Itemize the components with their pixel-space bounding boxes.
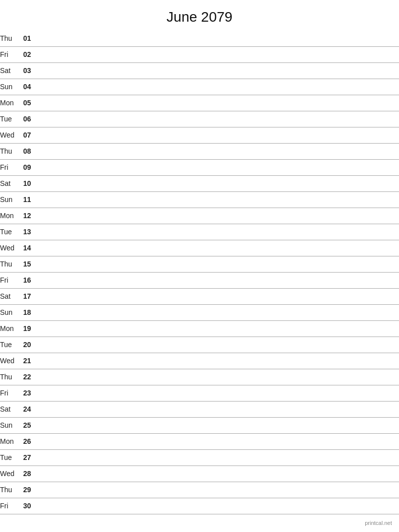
table-row: Wed07 <box>0 127 399 143</box>
page-title: June 2079 <box>0 0 399 30</box>
table-row: Wed28 <box>0 466 399 482</box>
date-number: 02 <box>23 46 38 62</box>
day-of-week: Sat <box>0 401 23 417</box>
entry-line <box>38 111 399 127</box>
table-row: Mon19 <box>0 320 399 337</box>
entry-line <box>38 337 399 353</box>
table-row: Mon26 <box>0 433 399 449</box>
table-row: Mon05 <box>0 95 399 111</box>
table-row: Fri16 <box>0 272 399 288</box>
day-of-week: Mon <box>0 433 23 449</box>
day-of-week: Mon <box>0 208 23 224</box>
day-of-week: Wed <box>0 353 23 369</box>
date-number: 29 <box>23 482 38 498</box>
entry-line <box>38 127 399 143</box>
entry-line <box>38 46 399 62</box>
day-of-week: Fri <box>0 385 23 401</box>
table-row: Sun04 <box>0 79 399 95</box>
day-of-week: Sun <box>0 304 23 320</box>
date-number: 17 <box>23 288 38 304</box>
entry-line <box>38 62 399 79</box>
table-row: Sat24 <box>0 401 399 417</box>
day-of-week: Thu <box>0 369 23 385</box>
day-of-week: Sat <box>0 175 23 191</box>
day-of-week: Thu <box>0 256 23 272</box>
date-number: 03 <box>23 62 38 79</box>
day-of-week: Mon <box>0 95 23 111</box>
table-row: Tue13 <box>0 224 399 240</box>
day-of-week: Wed <box>0 240 23 256</box>
date-number: 18 <box>23 304 38 320</box>
entry-line <box>38 433 399 449</box>
day-of-week: Sat <box>0 62 23 79</box>
day-of-week: Fri <box>0 498 23 514</box>
date-number: 30 <box>23 498 38 514</box>
entry-line <box>38 320 399 337</box>
table-row: Thu08 <box>0 143 399 159</box>
entry-line <box>38 224 399 240</box>
day-of-week: Tue <box>0 111 23 127</box>
entry-line <box>38 191 399 208</box>
table-row: Wed21 <box>0 353 399 369</box>
day-of-week: Fri <box>0 46 23 62</box>
date-number: 10 <box>23 175 38 191</box>
date-number: 12 <box>23 208 38 224</box>
table-row: Fri23 <box>0 385 399 401</box>
day-of-week: Sat <box>0 288 23 304</box>
date-number: 27 <box>23 449 38 466</box>
entry-line <box>38 30 399 46</box>
entry-line <box>38 143 399 159</box>
date-number: 16 <box>23 272 38 288</box>
table-row: Mon12 <box>0 208 399 224</box>
table-row: Thu01 <box>0 30 399 46</box>
entry-line <box>38 353 399 369</box>
day-of-week: Fri <box>0 272 23 288</box>
day-of-week: Sun <box>0 417 23 433</box>
entry-line <box>38 272 399 288</box>
entry-line <box>38 385 399 401</box>
table-row: Thu15 <box>0 256 399 272</box>
entry-line <box>38 369 399 385</box>
day-of-week: Tue <box>0 224 23 240</box>
date-number: 01 <box>23 30 38 46</box>
date-number: 05 <box>23 95 38 111</box>
table-row: Tue27 <box>0 449 399 466</box>
table-row: Tue20 <box>0 337 399 353</box>
table-row: Sat10 <box>0 175 399 191</box>
day-of-week: Mon <box>0 320 23 337</box>
entry-line <box>38 466 399 482</box>
table-row: Tue06 <box>0 111 399 127</box>
entry-line <box>38 449 399 466</box>
day-of-week: Tue <box>0 449 23 466</box>
entry-line <box>38 159 399 175</box>
table-row: Thu29 <box>0 482 399 498</box>
date-number: 09 <box>23 159 38 175</box>
table-row: Sun18 <box>0 304 399 320</box>
date-number: 08 <box>23 143 38 159</box>
day-of-week: Thu <box>0 143 23 159</box>
date-number: 19 <box>23 320 38 337</box>
day-of-week: Thu <box>0 30 23 46</box>
table-row: Sun25 <box>0 417 399 433</box>
date-number: 06 <box>23 111 38 127</box>
entry-line <box>38 304 399 320</box>
date-number: 11 <box>23 191 38 208</box>
table-row: Sat03 <box>0 62 399 79</box>
date-number: 14 <box>23 240 38 256</box>
date-number: 07 <box>23 127 38 143</box>
date-number: 26 <box>23 433 38 449</box>
date-number: 25 <box>23 417 38 433</box>
table-row: Thu22 <box>0 369 399 385</box>
entry-line <box>38 401 399 417</box>
date-number: 22 <box>23 369 38 385</box>
date-number: 23 <box>23 385 38 401</box>
table-row: Fri02 <box>0 46 399 62</box>
calendar-table: Thu01Fri02Sat03Sun04Mon05Tue06Wed07Thu08… <box>0 30 399 514</box>
entry-line <box>38 175 399 191</box>
table-row: Sat17 <box>0 288 399 304</box>
entry-line <box>38 288 399 304</box>
footer-credit: printcal.net <box>365 520 392 526</box>
date-number: 13 <box>23 224 38 240</box>
date-number: 21 <box>23 353 38 369</box>
entry-line <box>38 482 399 498</box>
